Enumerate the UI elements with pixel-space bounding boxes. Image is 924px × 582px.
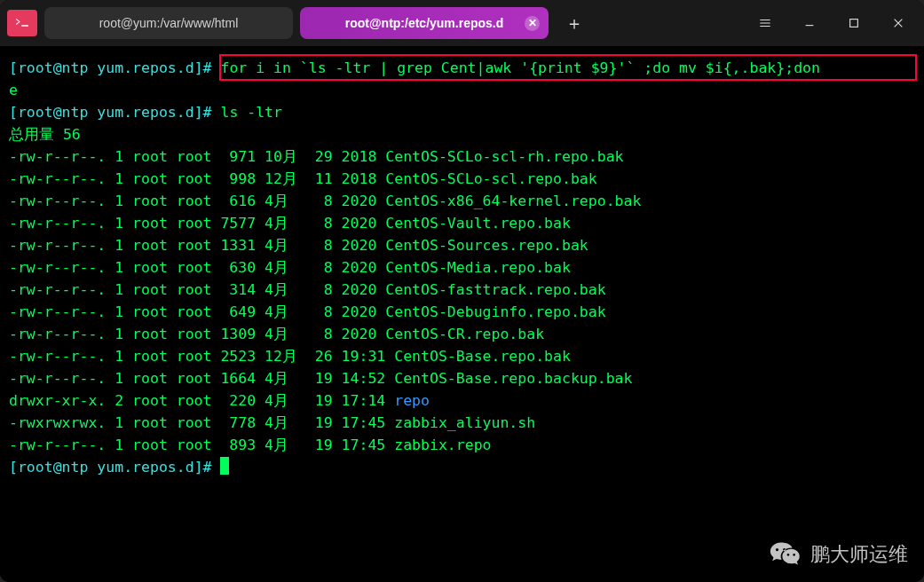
ls-total: 总用量 56 — [9, 126, 81, 143]
command-text: ls -ltr — [220, 104, 282, 121]
file-name: CentOS-Base.repo.backup.bak — [394, 370, 632, 387]
new-tab-button[interactable]: ＋ — [559, 8, 589, 38]
file-row: -rw-r--r--. 1 root root 1309 4月 8 2020 — [9, 326, 385, 342]
terminal-glyph-icon — [14, 15, 30, 31]
cursor — [220, 457, 229, 475]
minimize-button[interactable] — [791, 9, 828, 37]
file-row: drwxr-xr-x. 2 root root 220 4月 19 17:14 — [9, 392, 394, 409]
file-row: -rw-r--r--. 1 root root 649 4月 8 2020 — [9, 303, 385, 320]
prompt-bracket: [ — [9, 104, 18, 121]
watermark-text: 鹏大师运维 — [810, 541, 908, 568]
file-name: CentOS-Sources.repo.bak — [385, 237, 588, 254]
minimize-icon — [803, 17, 816, 29]
file-row: -rw-r--r--. 1 root root 2523 12月 26 19:3… — [9, 348, 394, 365]
terminal-body[interactable]: [root@ntp yum.repos.d]# for i in `ls -lt… — [0, 46, 924, 582]
prompt-hash: # — [203, 459, 212, 476]
file-row: -rw-r--r--. 1 root root 7577 4月 8 2020 — [9, 215, 385, 232]
file-name: CentOS-SCLo-scl-rh.repo.bak — [385, 148, 623, 165]
tab-label: root@ntp:/etc/yum.repos.d — [345, 16, 504, 30]
file-listing: -rw-r--r--. 1 root root 971 10月 29 2018 … — [9, 146, 915, 456]
file-row: -rw-r--r--. 1 root root 1664 4月 19 14:52 — [9, 370, 394, 387]
file-row: -rw-r--r--. 1 root root 630 4月 8 2020 — [9, 259, 385, 276]
prompt-hash: # — [203, 59, 212, 76]
file-name: CentOS-Base.repo.bak — [394, 348, 571, 365]
prompt-bracket: [ — [9, 459, 18, 476]
command-wrap: e — [9, 82, 18, 98]
file-name: CentOS-Debuginfo.repo.bak — [385, 303, 605, 320]
prompt-bracket: ] — [194, 59, 203, 76]
file-row: -rw-r--r--. 1 root root 971 10月 29 2018 — [9, 148, 385, 165]
close-tab-icon[interactable]: ✕ — [525, 16, 540, 31]
svg-rect-0 — [850, 20, 858, 28]
file-row: -rw-r--r--. 1 root root 314 4月 8 2020 — [9, 281, 385, 298]
file-row: -rw-r--r--. 1 root root 616 4月 8 2020 — [9, 193, 385, 209]
titlebar: root@yum:/var/www/html root@ntp:/etc/yum… — [0, 0, 924, 46]
file-name: repo — [394, 392, 430, 409]
prompt-user-host: root@ntp — [18, 459, 88, 476]
tab-inactive[interactable]: root@yum:/var/www/html — [44, 7, 293, 39]
maximize-icon — [848, 17, 860, 29]
file-row: -rw-r--r--. 1 root root 893 4月 19 17:45 — [9, 436, 394, 453]
prompt-cwd: yum.repos.d — [97, 459, 193, 476]
file-name: CentOS-fasttrack.repo.bak — [385, 281, 605, 298]
close-button[interactable] — [880, 9, 917, 37]
wechat-icon — [770, 539, 802, 570]
file-name: CentOS-Vault.repo.bak — [385, 215, 571, 232]
tab-label: root@yum:/var/www/html — [99, 16, 239, 30]
file-name: CentOS-Media.repo.bak — [385, 259, 571, 276]
file-row: -rwxrwxrwx. 1 root root 778 4月 19 17:45 — [9, 414, 394, 431]
file-name: CentOS-SCLo-scl.repo.bak — [385, 170, 596, 187]
file-row: -rw-r--r--. 1 root root 998 12月 11 2018 — [9, 170, 385, 187]
prompt-cwd: yum.repos.d — [97, 59, 193, 76]
file-name: zabbix.repo — [394, 436, 491, 453]
prompt-user-host: root@ntp — [18, 59, 88, 76]
prompt-cwd: yum.repos.d — [97, 104, 193, 121]
file-row: -rw-r--r--. 1 root root 1331 4月 8 2020 — [9, 237, 385, 254]
terminal-window: root@yum:/var/www/html root@ntp:/etc/yum… — [0, 0, 924, 582]
prompt-bracket: ] — [194, 459, 203, 476]
watermark: 鹏大师运维 — [770, 539, 908, 570]
app-icon[interactable] — [7, 10, 37, 36]
prompt-user-host: root@ntp — [18, 104, 88, 121]
menu-button[interactable] — [746, 9, 784, 37]
close-icon — [892, 17, 904, 29]
prompt-bracket: ] — [194, 104, 203, 121]
file-name: CentOS-x86_64-kernel.repo.bak — [385, 193, 641, 209]
file-name: zabbix_aliyun.sh — [394, 414, 535, 431]
prompt-hash: # — [203, 104, 212, 121]
maximize-button[interactable] — [835, 9, 873, 37]
hamburger-icon — [759, 17, 771, 29]
tab-active[interactable]: root@ntp:/etc/yum.repos.d ✕ — [300, 7, 549, 39]
file-name: CentOS-CR.repo.bak — [385, 326, 544, 342]
command-text: for i in `ls -ltr | grep Cent|awk '{prin… — [220, 59, 820, 76]
prompt-bracket: [ — [9, 59, 18, 76]
